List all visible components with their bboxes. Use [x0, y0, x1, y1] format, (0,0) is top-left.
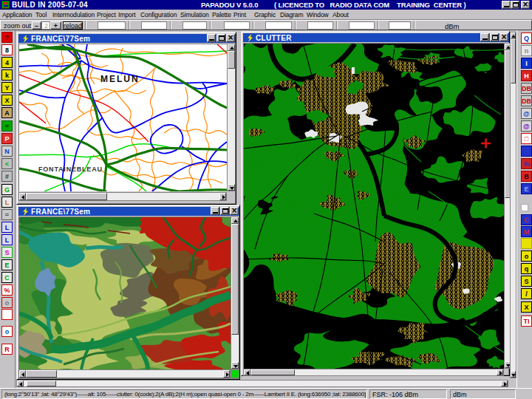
svg-text:MELUN: MELUN [100, 74, 140, 84]
svg-text:FONTAINEBLEAU: FONTAINEBLEAU [38, 166, 103, 173]
